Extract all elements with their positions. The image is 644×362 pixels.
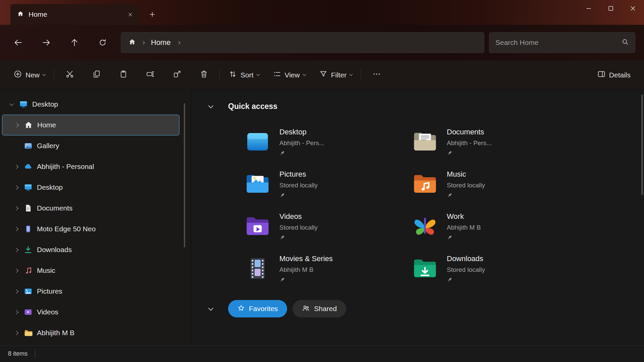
sidebar-item-desktop-root[interactable]: Desktop: [2, 94, 179, 115]
download-arrow-icon: [23, 245, 34, 255]
rename-button[interactable]: [139, 65, 162, 85]
breadcrumb-segment-home[interactable]: Home: [150, 38, 171, 47]
details-button[interactable]: Details: [592, 65, 635, 85]
sidebar-item-phone[interactable]: Moto Edge 50 Neo: [2, 219, 179, 239]
ellipsis-icon: [372, 70, 381, 80]
toolbar-divider: [54, 69, 54, 81]
quick-access-item-movies[interactable]: Movies & Series Abhijith M B: [245, 252, 412, 286]
monitor-icon: [23, 182, 34, 192]
favorites-pill-button[interactable]: Favorites: [228, 300, 287, 317]
refresh-button[interactable]: [93, 33, 112, 52]
desktop-folder-icon: [245, 129, 271, 155]
view-button[interactable]: View: [268, 65, 310, 85]
quick-access-item-pictures[interactable]: Pictures Stored locally: [245, 168, 412, 201]
downloads-folder-icon: [412, 255, 438, 282]
plus-circle-icon: [13, 70, 22, 80]
trash-icon: [200, 70, 208, 80]
window-controls: [578, 0, 644, 17]
share-button[interactable]: [166, 65, 189, 85]
sidebar-item-home[interactable]: Home: [2, 115, 179, 135]
copy-button[interactable]: [85, 65, 108, 85]
items-view: Quick access Desktop Abhijith - Pers...: [191, 90, 644, 345]
search-icon[interactable]: [622, 38, 629, 47]
expand-chevron[interactable]: [11, 228, 21, 231]
expand-chevron[interactable]: [6, 104, 17, 105]
breadcrumb[interactable]: Home: [121, 32, 484, 53]
expand-chevron[interactable]: [11, 331, 21, 335]
sort-button[interactable]: Sort: [224, 65, 264, 85]
close-button[interactable]: [622, 0, 644, 17]
search-input[interactable]: [495, 39, 618, 47]
folder-icon: [23, 328, 34, 338]
sidebar-item-desktop[interactable]: Desktop: [2, 177, 179, 198]
expand-chevron[interactable]: [11, 311, 21, 314]
chevron-down-icon: [350, 73, 353, 76]
file-explorer-window: Home: [0, 0, 644, 362]
expand-chevron[interactable]: [11, 269, 21, 272]
home-icon: [17, 10, 24, 18]
tab-label: Home: [29, 10, 120, 18]
sidebar-item-onedrive-personal[interactable]: Abhijith - Personal: [2, 156, 179, 177]
sidebar-item-pictures[interactable]: Pictures: [2, 281, 179, 302]
sidebar-scrollbar[interactable]: [184, 103, 185, 247]
collapse-quick-access-chevron[interactable]: [205, 105, 216, 108]
more-options-button[interactable]: [365, 65, 388, 85]
breadcrumb-home-icon[interactable]: [128, 38, 136, 47]
sidebar-item-downloads[interactable]: Downloads: [2, 239, 179, 260]
film-strip-icon: [245, 255, 271, 282]
sidebar-item-documents[interactable]: Documents: [2, 198, 179, 219]
quick-access-item-music[interactable]: Music Stored locally: [412, 168, 579, 201]
quick-access-item-work[interactable]: Work Abhijith M B: [412, 210, 579, 244]
chevron-down-icon: [256, 73, 260, 76]
breadcrumb-chevron-icon[interactable]: [142, 41, 145, 44]
expand-chevron[interactable]: [11, 290, 21, 293]
cut-button[interactable]: [58, 65, 81, 85]
navigation-pane: Desktop Home Gallery: [0, 90, 191, 345]
new-button[interactable]: New: [9, 65, 50, 85]
document-icon: [23, 203, 34, 213]
minimize-button[interactable]: [578, 0, 600, 17]
content-scrollbar[interactable]: [641, 95, 643, 195]
details-pane-icon: [597, 70, 606, 80]
sidebar-item-gallery[interactable]: Gallery: [2, 135, 179, 156]
gallery-icon: [23, 141, 34, 151]
breadcrumb-chevron-icon[interactable]: [177, 41, 180, 44]
quick-access-item-videos[interactable]: Videos Stored locally: [245, 210, 412, 244]
star-icon: [237, 304, 245, 313]
music-note-icon: [23, 265, 34, 276]
back-button[interactable]: [9, 33, 28, 52]
people-icon: [302, 304, 310, 314]
command-toolbar: New: [0, 60, 644, 90]
pin-icon: [279, 150, 285, 157]
sidebar-item-music[interactable]: Music: [2, 260, 179, 281]
expand-chevron[interactable]: [11, 165, 21, 168]
tab-close-icon[interactable]: [124, 9, 136, 20]
quick-access-item-documents[interactable]: Documents Abhijith - Pers...: [412, 126, 579, 159]
expand-chevron[interactable]: [11, 124, 22, 127]
shared-pill-button[interactable]: Shared: [292, 300, 346, 317]
expand-chevron[interactable]: [11, 248, 21, 251]
expand-chevron[interactable]: [11, 207, 21, 210]
pin-icon: [279, 277, 285, 284]
collapse-favorites-chevron[interactable]: [205, 308, 216, 310]
sidebar-item-user-folder[interactable]: Abhijith M B: [2, 322, 179, 343]
maximize-button[interactable]: [600, 0, 622, 17]
search-box[interactable]: [489, 32, 635, 53]
videos-folder-icon: [245, 213, 271, 239]
up-button[interactable]: [65, 33, 84, 52]
filter-button[interactable]: Filter: [314, 65, 357, 85]
sidebar-item-videos[interactable]: Videos: [2, 302, 179, 322]
paste-button[interactable]: [112, 65, 135, 85]
expand-chevron[interactable]: [11, 186, 21, 189]
tab-home[interactable]: Home: [10, 4, 140, 25]
chevron-down-icon: [303, 73, 306, 76]
forward-button[interactable]: [37, 33, 56, 52]
quick-access-item-desktop[interactable]: Desktop Abhijith - Pers...: [245, 126, 412, 159]
status-bar: 8 items: [0, 345, 644, 362]
quick-access-item-downloads[interactable]: Downloads Stored locally: [412, 252, 579, 286]
toolbar-divider: [219, 69, 220, 81]
delete-button[interactable]: [193, 65, 215, 85]
filter-icon: [319, 70, 328, 80]
butterfly-icon: [412, 213, 438, 239]
new-tab-button[interactable]: [145, 7, 159, 21]
